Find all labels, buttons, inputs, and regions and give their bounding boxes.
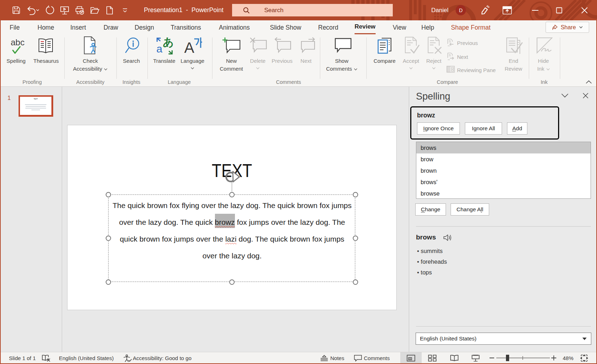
svg-text:abc: abc [11, 37, 25, 47]
svg-text:a: a [156, 43, 162, 55]
svg-text:A: A [184, 39, 194, 55]
svg-text:あ: あ [163, 37, 174, 48]
